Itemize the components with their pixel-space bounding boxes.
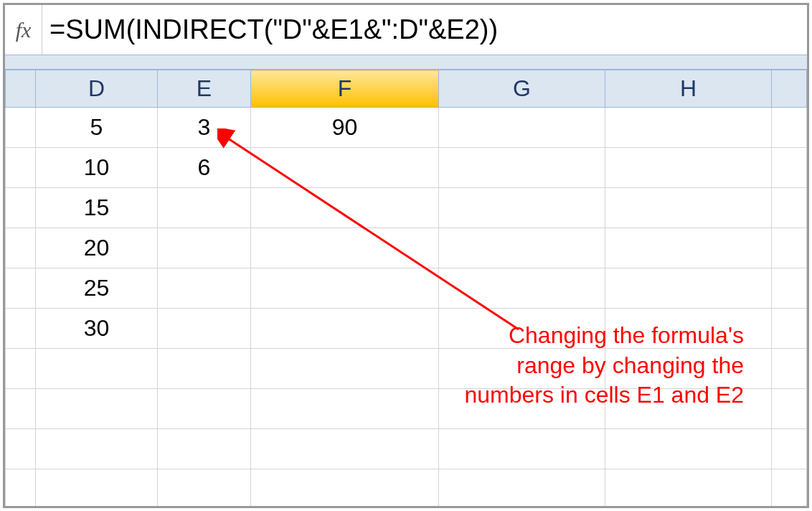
row-header-2[interactable] [6,148,36,188]
cell-F5[interactable] [251,268,439,309]
corner-header[interactable] [6,70,36,108]
cell-E5[interactable] [158,268,251,309]
header-spacer [5,55,807,70]
column-header-D[interactable]: D [36,70,158,108]
cell-G5[interactable] [439,268,605,309]
cell-H2[interactable] [605,148,772,188]
cell-rest-1[interactable] [772,108,807,148]
cell-G2[interactable] [439,148,605,188]
cell-F3[interactable] [251,188,439,228]
cell-E3[interactable] [158,188,251,228]
cell-G10[interactable] [439,469,605,509]
row-6: 30 [6,309,807,349]
cell-H7[interactable] [605,349,772,389]
cell-rest-10[interactable] [772,469,807,509]
cell-D2[interactable]: 10 [36,148,158,188]
cell-G3[interactable] [439,188,605,228]
cell-F8[interactable] [251,389,439,429]
cell-E8[interactable] [158,389,251,429]
row-5: 25 [6,268,807,309]
cell-D3[interactable]: 15 [36,188,158,228]
row-3: 15 [6,188,807,228]
cell-rest-3[interactable] [772,188,807,228]
cell-D9[interactable] [36,429,158,469]
row-header-4[interactable] [6,228,36,268]
cell-F4[interactable] [251,228,439,268]
column-header-H[interactable]: H [605,70,772,108]
cell-F2[interactable] [251,148,439,188]
row-10 [6,469,807,509]
cell-E2[interactable]: 6 [158,148,251,188]
cell-rest-8[interactable] [772,389,807,429]
row-header-3[interactable] [6,188,36,228]
row-1: 5 3 90 [6,108,807,148]
column-header-F[interactable]: F [251,70,439,108]
cell-F6[interactable] [251,309,439,349]
fx-icon[interactable]: fx [5,5,42,55]
cell-E6[interactable] [158,309,251,349]
formula-bar: fx [5,5,807,55]
row-header-6[interactable] [6,309,36,349]
cell-rest-4[interactable] [772,228,807,268]
cell-rest-7[interactable] [772,349,807,389]
cell-E9[interactable] [158,429,251,469]
row-header-10[interactable] [6,469,36,509]
cell-G4[interactable] [439,228,605,268]
cell-rest-2[interactable] [772,148,807,188]
cell-H8[interactable] [605,389,772,429]
cell-F10[interactable] [251,469,439,509]
cell-D7[interactable] [36,349,158,389]
cell-G8[interactable] [439,389,605,429]
spreadsheet-grid[interactable]: D E F G H 5 3 90 [5,70,807,508]
cell-G7[interactable] [439,349,605,389]
cell-H4[interactable] [605,228,772,268]
row-9 [6,429,807,469]
row-header-8[interactable] [6,389,36,429]
cell-F1[interactable]: 90 [251,108,439,148]
row-header-1[interactable] [6,108,36,148]
cell-D8[interactable] [36,389,158,429]
column-header-row: D E F G H [6,70,807,108]
cell-F7[interactable] [251,349,439,389]
cell-G9[interactable] [439,429,605,469]
row-header-5[interactable] [6,268,36,309]
cell-D10[interactable] [36,469,158,509]
cell-G1[interactable] [439,108,605,148]
cell-H10[interactable] [605,469,772,509]
cell-D1[interactable]: 5 [36,108,158,148]
row-header-7[interactable] [6,349,36,389]
row-header-9[interactable] [6,429,36,469]
row-7 [6,349,807,389]
column-header-E[interactable]: E [158,70,251,108]
cell-H3[interactable] [605,188,772,228]
cell-G6[interactable] [439,309,605,349]
cell-E10[interactable] [158,469,251,509]
cell-E4[interactable] [158,228,251,268]
row-2: 10 6 [6,148,807,188]
app-window: fx D E F G H [3,3,809,508]
cell-H1[interactable] [605,108,772,148]
cell-rest-6[interactable] [772,309,807,349]
cell-D4[interactable]: 20 [36,228,158,268]
cell-rest-5[interactable] [772,268,807,309]
column-header-G[interactable]: G [439,70,605,108]
cell-E1[interactable]: 3 [158,108,251,148]
column-header-rest[interactable] [772,70,807,108]
row-4: 20 [6,228,807,268]
row-8 [6,389,807,429]
cell-H9[interactable] [605,429,772,469]
cell-H5[interactable] [605,268,772,309]
formula-input[interactable] [42,5,807,55]
cell-D6[interactable]: 30 [36,309,158,349]
cell-F9[interactable] [251,429,439,469]
cell-E7[interactable] [158,349,251,389]
cell-H6[interactable] [605,309,772,349]
cell-D5[interactable]: 25 [36,268,158,309]
cell-rest-9[interactable] [772,429,807,469]
